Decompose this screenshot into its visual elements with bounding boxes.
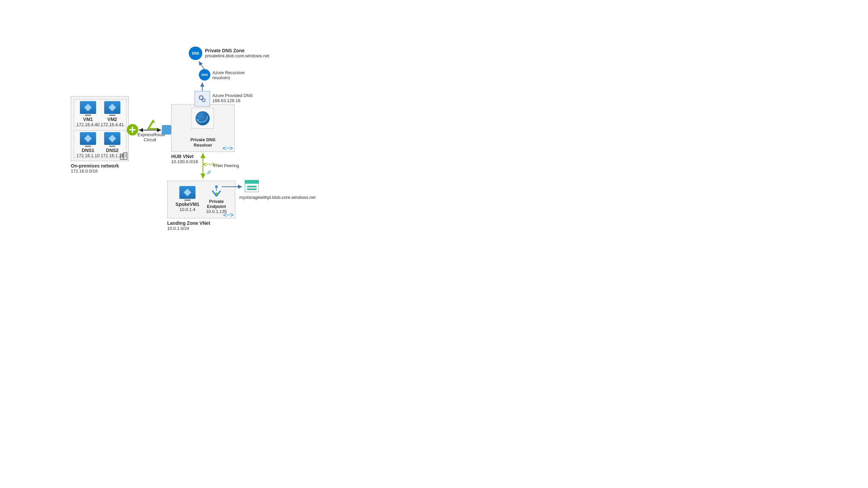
svg-point-19 <box>215 185 218 188</box>
recursive-label: Azure Recursive resolvers <box>212 70 244 80</box>
svg-rect-10 <box>124 156 125 157</box>
svg-rect-11 <box>125 156 126 157</box>
azure-provided-dns-node <box>194 91 210 106</box>
onprem-cidr: 172.16.0.0/16 <box>71 169 119 174</box>
spoke-vm-node: SpokeVM1 10.0.1.4 <box>174 186 201 212</box>
onprem-label: On-premises network 172.16.0.0/16 <box>71 163 119 174</box>
vpn-lock-icon <box>162 125 171 134</box>
vm-icon <box>80 101 96 114</box>
dns-resolver-icon <box>196 111 210 125</box>
svg-point-21 <box>215 192 217 194</box>
private-dns-resolver-box <box>191 108 214 129</box>
hub-title: HUB VNet <box>171 154 198 159</box>
recursive-resolver-node: DNS <box>199 69 210 81</box>
resolver-label: Private DNS Resolver <box>187 131 218 148</box>
gateway-icon <box>127 124 138 135</box>
storage-fqdn: mystoragewithpl.blob.core.windows.net <box>239 195 316 200</box>
private-zone-label: Private DNS Zone privatelink.blob.core.w… <box>205 48 269 58</box>
private-dns-zone-node: DNS <box>189 47 202 60</box>
private-endpoint-icon <box>210 185 223 198</box>
vm1-node: VM1 172.16.4.40 <box>76 101 100 127</box>
landing-zone-label: Landing Zone VNet 10.0.1.0/24 <box>167 220 210 231</box>
storage-icon <box>245 180 259 192</box>
vm1-ip: 172.16.4.40 <box>76 122 100 127</box>
spoke-ip: 10.0.1.4 <box>174 207 201 212</box>
svg-rect-6 <box>124 154 125 154</box>
dns1-ip: 172.16.1.10 <box>76 153 100 158</box>
private-endpoint-node: Private Endpoint 10.0.1.135 <box>203 185 230 214</box>
peering-label: VNet Peering <box>213 163 239 168</box>
dns2-ip: 172.16.1.11 <box>100 153 124 158</box>
svg-line-17 <box>199 61 204 69</box>
dns2-node: DNS2 172.16.1.11 <box>100 132 124 158</box>
storage-account-node <box>245 180 259 192</box>
svg-rect-9 <box>125 155 126 156</box>
svg-rect-8 <box>124 155 125 156</box>
vm-icon <box>179 186 196 199</box>
dns-icon: DNS <box>189 47 202 60</box>
onprem-title: On-premises network <box>71 163 119 169</box>
landing-cidr: 10.0.1.0/24 <box>167 226 210 231</box>
vm2-ip: 172.16.4.41 <box>100 122 124 127</box>
spoke-name: SpokeVM1 <box>174 202 201 207</box>
vm2-node: VM2 172.16.4.41 <box>100 101 124 127</box>
pe-name: Private Endpoint <box>203 199 230 209</box>
hub-cidr: 10.100.0.0/16 <box>171 159 198 164</box>
expressroute-label: ExpressRoute Circuit <box>138 132 162 142</box>
azure-dns-architecture-diagram: VM1 172.16.4.40 VM2 172.16.4.41 DNS1 172… <box>0 0 868 488</box>
vm1-name: VM1 <box>76 117 100 122</box>
vm-icon <box>104 101 120 114</box>
expressroute-icon <box>147 119 159 129</box>
dns1-node: DNS1 172.16.1.10 <box>76 132 100 158</box>
svg-rect-7 <box>125 154 126 154</box>
dns-icon: DNS <box>199 69 210 81</box>
vnet-icon: <··> <box>222 145 233 152</box>
dns1-name: DNS1 <box>76 148 100 153</box>
dns2-name: DNS2 <box>100 148 124 153</box>
azure-dns-label: Azure Provided DNS 168.63.129.16 <box>212 93 253 103</box>
vm-icon <box>80 132 96 145</box>
landing-title: Landing Zone VNet <box>167 220 210 226</box>
gear-icon <box>194 91 210 106</box>
hub-vnet-label: HUB VNet 10.100.0.0/16 <box>171 154 198 164</box>
vm-icon <box>104 132 120 145</box>
vm2-name: VM2 <box>100 117 124 122</box>
svg-marker-13 <box>196 119 199 121</box>
pe-ip: 10.0.1.135 <box>203 209 230 214</box>
